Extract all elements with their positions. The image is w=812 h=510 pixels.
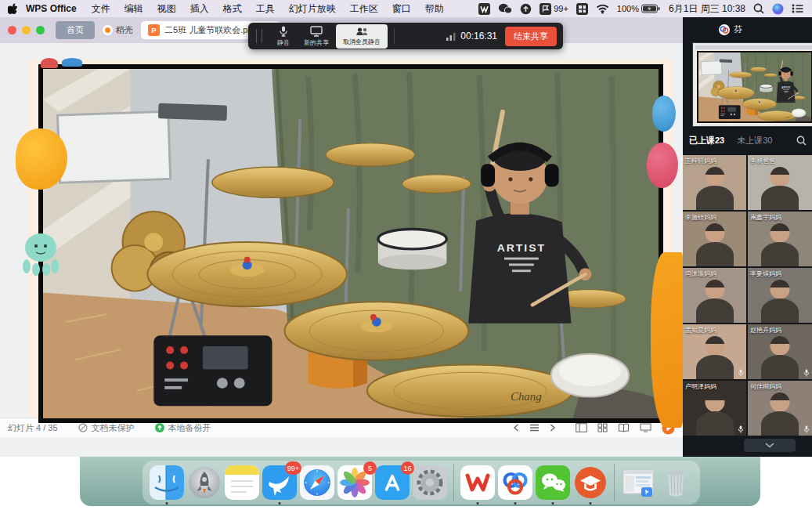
slide (28, 60, 673, 428)
tile-mic-icon (803, 425, 810, 433)
tab-docer-label: 稻壳 (116, 24, 133, 36)
menu-file[interactable]: 文件 (85, 2, 117, 16)
participant-name: 南鑫宇妈妈 (750, 213, 781, 222)
menu-app-name[interactable]: WPS Office (18, 3, 85, 14)
tab-absent[interactable]: 未上课30 (737, 135, 772, 146)
desktop-strip: 99+ 5 16 (0, 457, 812, 510)
doc-protection-status[interactable]: 文档未保护 (78, 422, 135, 434)
spotlight-search-icon[interactable] (753, 3, 764, 14)
battery-status[interactable]: 100% (617, 4, 661, 13)
slide-list-icon[interactable] (529, 424, 540, 432)
sharer-chip[interactable]: 芬 (719, 24, 742, 35)
finder-dock-icon[interactable] (150, 465, 184, 500)
menu-window[interactable]: 窗口 (385, 2, 418, 16)
normal-view-icon[interactable] (576, 423, 587, 432)
octopus-deco (20, 230, 61, 276)
avatar (705, 223, 724, 243)
menu-insert[interactable]: 插入 (183, 2, 216, 16)
unmute-all-button[interactable]: 取消全员静音 (336, 24, 388, 49)
next-slide-icon[interactable] (550, 424, 556, 432)
collapse-panel-button[interactable] (744, 439, 796, 452)
siri-icon[interactable] (772, 3, 784, 15)
menu-help[interactable]: 帮助 (418, 2, 451, 16)
people-icon (355, 27, 369, 36)
zoom-window-button[interactable] (36, 26, 45, 34)
running-indicator (166, 502, 168, 505)
dock-divider (614, 464, 615, 501)
prev-slide-icon[interactable] (513, 424, 519, 432)
wps-window: 首页 稻壳 P 二5班 儿童节联欢会.pptx ‖ 幻灯片 4 / 35 文档未… (0, 17, 683, 457)
reading-view-icon[interactable] (618, 423, 630, 432)
participant-tile[interactable]: 李曼煐妈妈 (748, 268, 812, 323)
slide-sorter-view-icon[interactable] (597, 423, 608, 432)
thumbnail-toolbar-strip (695, 45, 812, 49)
docer-icon (103, 25, 113, 35)
presenter-view-icon[interactable] (640, 423, 651, 432)
photos-dock-icon[interactable]: 5 (337, 465, 372, 500)
participant-tile[interactable]: 何佳桐妈妈 (748, 381, 812, 436)
participant-tile[interactable]: 王梓轩妈妈 (683, 155, 746, 210)
avatar (770, 280, 790, 299)
menu-tools[interactable]: 工具 (249, 2, 282, 16)
shared-screen-thumbnail[interactable] (692, 42, 812, 127)
input-method-icon[interactable] (576, 3, 588, 15)
notification-flag-icon[interactable]: 99+ (540, 3, 568, 15)
photos-badge: 5 (363, 461, 377, 475)
menu-edit[interactable]: 编辑 (117, 2, 150, 16)
safari-dock-icon[interactable] (300, 465, 334, 500)
education-app-dock-icon[interactable] (573, 465, 608, 500)
notes-dock-icon[interactable] (225, 465, 259, 500)
running-indicator (590, 502, 592, 505)
wechat-menubar-icon[interactable] (498, 3, 512, 14)
participant-tile[interactable]: 李昶爸爸 (748, 155, 812, 210)
new-share-button[interactable]: 新的共享 (297, 24, 336, 49)
launchpad-dock-icon[interactable] (187, 465, 222, 500)
avatar (770, 167, 790, 186)
menu-view[interactable]: 视图 (150, 2, 183, 16)
avatar (770, 336, 790, 356)
menubar-clock[interactable]: 6月1日 周三 10:38 (669, 2, 745, 16)
close-window-button[interactable] (8, 26, 16, 34)
appstore-dock-icon[interactable]: 16 (375, 465, 410, 500)
trash-dock-icon[interactable] (659, 465, 693, 500)
notification-center-icon[interactable] (792, 4, 804, 13)
running-indicator (552, 502, 554, 505)
minimize-window-button[interactable] (22, 26, 31, 34)
drag-handle[interactable] (256, 29, 262, 43)
participant-tile[interactable]: 卢明泽妈妈 (683, 381, 746, 436)
menu-slideshow[interactable]: 幻灯片放映 (282, 2, 343, 16)
minimized-window-thumbnail[interactable] (621, 465, 655, 500)
thumbnail-slide (695, 50, 812, 124)
wechat-dock-icon[interactable] (536, 465, 570, 500)
local-backup-status[interactable]: 本地备份开 (155, 422, 211, 434)
wifi-icon[interactable] (596, 4, 609, 14)
system-preferences-dock-icon[interactable] (413, 465, 447, 500)
dingtalk-dock-icon[interactable]: 99+ (262, 465, 297, 500)
orange-ribbon-deco (651, 252, 683, 428)
updater-menubar-icon[interactable] (520, 3, 532, 15)
thumbnail-photo (698, 52, 811, 121)
tab-attended[interactable]: 已上课23 (689, 135, 724, 146)
participant-name: 王梓轩妈妈 (685, 157, 716, 165)
drum-scene-photo (43, 69, 659, 418)
end-share-button[interactable]: 结束共享 (505, 27, 557, 46)
tab-home[interactable]: 首页 (56, 21, 95, 39)
wps-dock-icon[interactable] (460, 465, 495, 500)
participant-tile[interactable]: 孟知夏妈妈 (683, 324, 746, 379)
participant-tile[interactable]: 李施钘妈妈 (683, 212, 746, 266)
tab-docer[interactable]: 稻壳 (103, 24, 133, 36)
participant-tile[interactable]: 闫沫瑜妈妈 (683, 268, 746, 323)
participant-search-icon[interactable] (796, 136, 807, 146)
participant-tile[interactable]: 南鑫宇妈妈 (748, 212, 812, 266)
tile-mic-icon (803, 369, 810, 377)
dock: 99+ 5 16 (143, 461, 700, 505)
backup-on-icon (155, 423, 164, 432)
menu-workspace[interactable]: 工作区 (343, 2, 385, 16)
menu-format[interactable]: 格式 (216, 2, 249, 16)
wps-menubar-icon[interactable] (478, 3, 490, 15)
mute-button[interactable]: 静音 (270, 24, 297, 49)
timer-value: 00:16:31 (460, 31, 497, 42)
apple-menu[interactable] (8, 3, 18, 15)
participant-tile[interactable]: 赵艳卉妈妈 (748, 324, 812, 379)
tencent-meeting-dock-icon[interactable] (498, 465, 532, 500)
